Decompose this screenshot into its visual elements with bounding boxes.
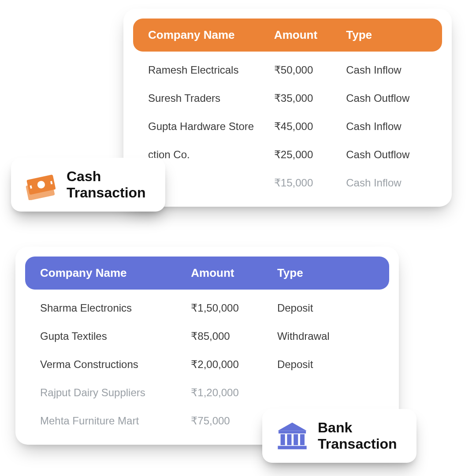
cell-amount: ₹2,00,000 [191, 358, 277, 371]
cell-company: Mehta Furniture Mart [40, 415, 191, 427]
bank-icon [275, 420, 310, 451]
table-row: Ramesh Electricals₹50,000Cash Inflow [142, 56, 433, 84]
cell-company: Ramesh Electricals [148, 64, 274, 76]
cash-label-line1: Cash [67, 168, 101, 184]
cell-amount: ₹15,000 [274, 177, 346, 189]
cell-company: Suresh Traders [148, 92, 274, 104]
cash-icon [23, 169, 59, 200]
cell-type: Cash Inflow [346, 64, 427, 76]
svg-rect-6 [279, 431, 306, 433]
cash-transaction-label: Cash Transaction [11, 158, 165, 212]
cell-type: Cash Inflow [346, 177, 427, 189]
cash-table-header: Company Name Amount Type [133, 19, 442, 52]
table-row: Suresh Traders₹35,000Cash Outflow [142, 84, 433, 112]
svg-marker-5 [278, 422, 306, 431]
cash-transaction-card: Company Name Amount Type Ramesh Electric… [123, 9, 452, 207]
cell-amount: ₹1,20,000 [191, 387, 277, 399]
col-header-company: Company Name [40, 266, 191, 280]
table-row: Rajput Dairy Suppliers₹1,20,000 [34, 379, 380, 407]
col-header-company: Company Name [148, 28, 274, 42]
cell-company: s [148, 177, 274, 189]
table-row: Verma Constructions₹2,00,000Deposit [34, 350, 380, 379]
col-header-amount: Amount [274, 28, 346, 42]
table-row: s₹15,000Cash Inflow [142, 169, 433, 197]
bank-table-header: Company Name Amount Type [25, 257, 389, 290]
table-row: Gupta Hardware Store₹45,000Cash Inflow [142, 112, 433, 141]
cell-company: ction Co. [148, 149, 274, 161]
svg-rect-8 [287, 434, 291, 445]
cash-label-text: Cash Transaction [67, 168, 146, 201]
cell-type: Cash Outflow [346, 92, 427, 104]
bank-label-text: Bank Transaction [318, 420, 397, 452]
svg-rect-7 [281, 434, 285, 445]
bank-transaction-label: Bank Transaction [262, 409, 416, 463]
svg-rect-11 [278, 446, 306, 449]
cell-amount: ₹25,000 [274, 149, 346, 161]
cell-amount: ₹35,000 [274, 92, 346, 104]
cash-table-body: Ramesh Electricals₹50,000Cash InflowSure… [133, 52, 442, 197]
cell-type: Cash Outflow [346, 149, 427, 161]
cell-type: Deposit [277, 302, 374, 314]
cell-company: Verma Constructions [40, 358, 191, 371]
cell-type: Withdrawal [277, 330, 374, 342]
cell-company: Gupta Textiles [40, 330, 191, 342]
cell-amount: ₹45,000 [274, 120, 346, 133]
cell-company: Sharma Electronics [40, 302, 191, 314]
cell-amount: ₹50,000 [274, 64, 346, 76]
cash-label-line2: Transaction [67, 185, 146, 201]
col-header-amount: Amount [191, 266, 277, 280]
cell-amount: ₹1,50,000 [191, 302, 277, 314]
table-row: ction Co.₹25,000Cash Outflow [142, 141, 433, 169]
bank-label-line2: Transaction [318, 436, 397, 452]
bank-label-line1: Bank [318, 420, 352, 435]
col-header-type: Type [346, 28, 427, 42]
table-row: Sharma Electronics₹1,50,000Deposit [34, 294, 380, 322]
cell-type: Cash Inflow [346, 120, 427, 133]
cell-company: Gupta Hardware Store [148, 120, 274, 133]
col-header-type: Type [277, 266, 374, 280]
cell-amount: ₹85,000 [191, 330, 277, 342]
svg-rect-9 [294, 434, 298, 445]
cell-type: Deposit [277, 358, 374, 371]
table-row: Gupta Textiles₹85,000Withdrawal [34, 322, 380, 350]
cell-company: Rajput Dairy Suppliers [40, 387, 191, 399]
svg-rect-10 [300, 434, 305, 445]
